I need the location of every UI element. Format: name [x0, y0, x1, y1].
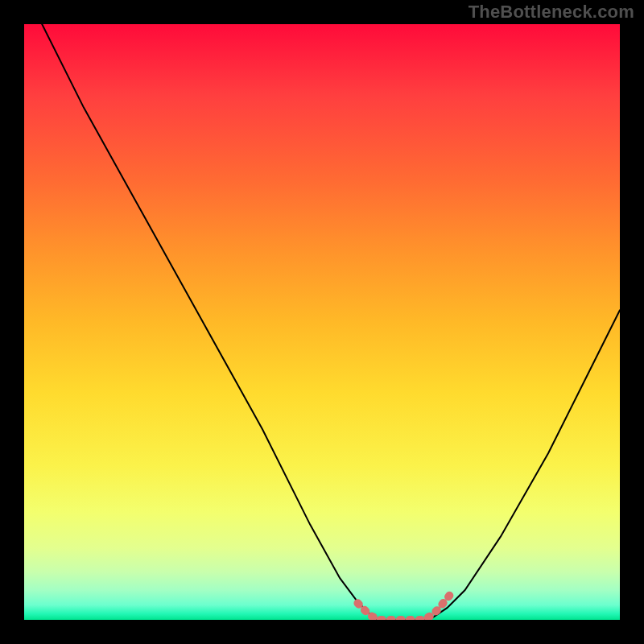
chart-svg: [24, 24, 620, 620]
watermark-text: TheBottleneck.com: [469, 2, 634, 23]
bottleneck-curve: [42, 24, 620, 620]
plot-area: [24, 24, 620, 620]
chart-frame: TheBottleneck.com: [0, 0, 644, 644]
